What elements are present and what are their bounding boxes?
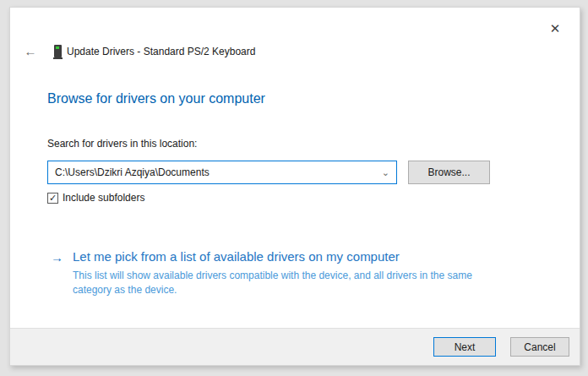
close-button[interactable]: ✕ bbox=[546, 19, 564, 38]
checkmark-icon: ✓ bbox=[49, 193, 57, 203]
window-title: Update Drivers - Standard PS/2 Keyboard bbox=[67, 46, 255, 57]
close-icon: ✕ bbox=[550, 21, 561, 36]
footer-bar: Next Cancel bbox=[10, 328, 580, 365]
include-subfolders-label: Include subfolders bbox=[63, 192, 144, 204]
page-title: Browse for drivers on your computer bbox=[47, 91, 265, 106]
search-location-label: Search for drivers in this location: bbox=[47, 138, 197, 150]
include-subfolders-option[interactable]: ✓ Include subfolders bbox=[47, 191, 144, 204]
pick-from-list-description: This list will show available drivers co… bbox=[73, 269, 472, 297]
driver-path-combobox[interactable]: C:\Users\Dzikri Azqiya\Documents ⌄ bbox=[47, 161, 397, 184]
pick-from-list-label[interactable]: Let me pick from a list of available dri… bbox=[73, 249, 472, 264]
back-arrow-icon: ← bbox=[24, 44, 37, 58]
pick-from-list-command-link[interactable]: → Let me pick from a list of available d… bbox=[51, 249, 472, 297]
update-drivers-dialog: ✕ ← Update Drivers - Standard PS/2 Keybo… bbox=[9, 7, 580, 366]
arrow-right-icon: → bbox=[51, 249, 63, 297]
include-subfolders-checkbox[interactable]: ✓ bbox=[47, 193, 58, 204]
driver-path-value[interactable]: C:\Users\Dzikri Azqiya\Documents bbox=[55, 166, 377, 178]
browse-button[interactable]: Browse... bbox=[408, 161, 490, 184]
chevron-down-icon[interactable]: ⌄ bbox=[377, 168, 389, 177]
keyboard-device-icon bbox=[53, 45, 63, 59]
next-button[interactable]: Next bbox=[433, 337, 496, 357]
cancel-button[interactable]: Cancel bbox=[510, 337, 569, 357]
back-button[interactable]: ← bbox=[20, 43, 41, 58]
